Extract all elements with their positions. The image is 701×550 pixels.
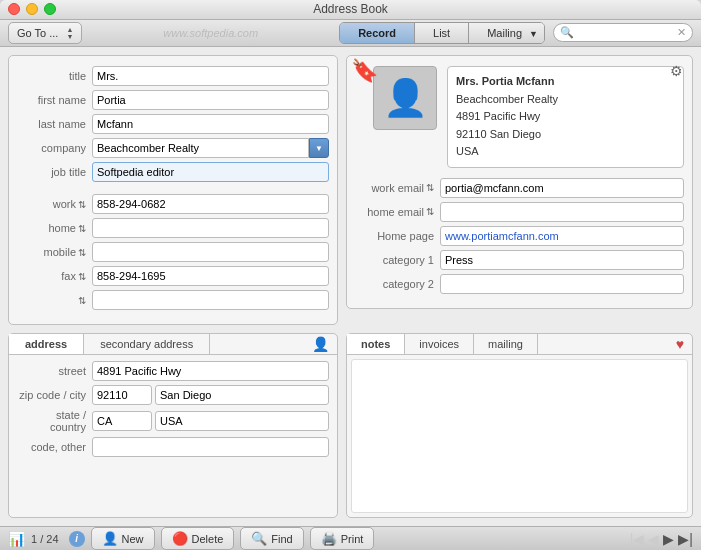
- contact-addr1: 4891 Pacific Hwy: [456, 108, 675, 126]
- delete-button[interactable]: 🔴 Delete: [161, 527, 235, 550]
- work-phone-label: work ⇅: [17, 198, 92, 210]
- work-phone-input[interactable]: [92, 194, 329, 214]
- gear-button[interactable]: ⚙: [670, 63, 683, 79]
- search-bar[interactable]: 🔍 ✕: [553, 23, 693, 42]
- avatar: 👤: [373, 66, 437, 130]
- extra-phone-icon: ⇅: [78, 295, 86, 306]
- zip-city-label: zip code / city: [17, 389, 92, 401]
- nav-first-icon[interactable]: |◀: [630, 531, 645, 547]
- print-label: Print: [341, 533, 364, 545]
- extra-phone-input[interactable]: [92, 290, 329, 310]
- minimize-button[interactable]: [26, 3, 38, 15]
- category1-label: category 1: [355, 254, 440, 266]
- watermark: www.softpedia.com: [90, 27, 331, 39]
- street-input[interactable]: [92, 361, 329, 381]
- tab-secondary-address[interactable]: secondary address: [84, 334, 210, 354]
- goto-stepper[interactable]: ▲ ▼: [66, 26, 73, 40]
- company-input-wrapper: ▼: [92, 138, 329, 158]
- title-label: title: [17, 70, 92, 82]
- zip-city-row: zip code / city: [17, 385, 329, 405]
- lastname-input[interactable]: [92, 114, 329, 134]
- homepage-row: Home page: [355, 226, 684, 246]
- work-phone-row: work ⇅: [17, 194, 329, 214]
- notes-tabs: notes invoices mailing ♥: [347, 334, 692, 355]
- notes-textarea[interactable]: [351, 359, 688, 513]
- firstname-label: first name: [17, 94, 92, 106]
- nav-next-icon[interactable]: ▶: [663, 531, 674, 547]
- category2-label: category 2: [355, 278, 440, 290]
- contact-addr2: 92110 San Diego: [456, 126, 675, 144]
- fax-label: fax ⇅: [17, 270, 92, 282]
- goto-button[interactable]: Go To ... ▲ ▼: [8, 22, 82, 44]
- company-label: company: [17, 142, 92, 154]
- mobile-phone-input[interactable]: [92, 242, 329, 262]
- notes-panel: notes invoices mailing ♥: [346, 333, 693, 518]
- traffic-lights: [8, 3, 56, 15]
- zoom-button[interactable]: [44, 3, 56, 15]
- jobtitle-field-row: job title: [17, 162, 329, 182]
- company-dropdown-icon: ▼: [315, 144, 323, 153]
- title-input[interactable]: [92, 66, 329, 86]
- contact-card-section: 🔖 👤 Mrs. Portia Mcfann Beachcomber Realt…: [355, 66, 684, 168]
- info-button[interactable]: i: [69, 531, 85, 547]
- home-email-icon: ⇅: [426, 206, 434, 217]
- code-other-input[interactable]: [92, 437, 329, 457]
- city-input[interactable]: [155, 385, 329, 405]
- tab-mailing[interactable]: mailing: [474, 334, 538, 354]
- contact-card: 👤 Mrs. Portia Mcfann Beachcomber Realty …: [373, 66, 684, 168]
- segment-record[interactable]: Record: [340, 23, 415, 43]
- state-input[interactable]: [92, 411, 152, 431]
- country-input[interactable]: [155, 411, 329, 431]
- home-phone-input[interactable]: [92, 218, 329, 238]
- new-button[interactable]: 👤 New: [91, 527, 155, 550]
- heart-icon[interactable]: ♥: [676, 336, 684, 352]
- chart-icon: 📊: [8, 531, 25, 547]
- bookmark-icon: 🔖: [351, 58, 378, 84]
- print-button[interactable]: 🖨️ Print: [310, 527, 375, 550]
- work-email-label: work email ⇅: [355, 182, 440, 194]
- home-email-input[interactable]: [440, 202, 684, 222]
- category1-row: category 1: [355, 250, 684, 270]
- category1-input[interactable]: [440, 250, 684, 270]
- contact-info-panel-wrapper: 🔖 👤 Mrs. Portia Mcfann Beachcomber Realt…: [346, 55, 693, 325]
- bottom-section: address secondary address 👤 street zip c…: [8, 333, 693, 518]
- jobtitle-input[interactable]: [92, 162, 329, 182]
- home-phone-label: home ⇅: [17, 222, 92, 234]
- work-phone-icon: ⇅: [78, 199, 86, 210]
- firstname-field-row: first name: [17, 90, 329, 110]
- state-country-row: state / country: [17, 409, 329, 433]
- fax-input[interactable]: [92, 266, 329, 286]
- person-icon: 👤: [383, 77, 428, 119]
- state-country-label: state / country: [17, 409, 92, 433]
- find-button[interactable]: 🔍 Find: [240, 527, 303, 550]
- category2-input[interactable]: [440, 274, 684, 294]
- search-icon: 🔍: [560, 26, 574, 39]
- category2-row: category 2: [355, 274, 684, 294]
- toolbar: Go To ... ▲ ▼ www.softpedia.com Record L…: [0, 20, 701, 47]
- tab-invoices[interactable]: invoices: [405, 334, 474, 354]
- goto-label: Go To ...: [17, 27, 58, 39]
- tab-address[interactable]: address: [9, 334, 84, 354]
- work-email-input[interactable]: [440, 178, 684, 198]
- company-field-row: company ▼: [17, 138, 329, 158]
- homepage-input[interactable]: [440, 226, 684, 246]
- zip-input[interactable]: [92, 385, 152, 405]
- company-input[interactable]: [92, 138, 309, 158]
- address-content: street zip code / city state / country: [9, 355, 337, 517]
- address-panel: address secondary address 👤 street zip c…: [8, 333, 338, 518]
- clear-search-icon[interactable]: ✕: [677, 26, 686, 39]
- home-email-label: home email ⇅: [355, 206, 440, 218]
- segment-list[interactable]: List: [415, 23, 469, 43]
- tab-notes[interactable]: notes: [347, 334, 405, 354]
- company-dropdown-btn[interactable]: ▼: [309, 138, 329, 158]
- segment-mailing[interactable]: Mailing ▼: [469, 23, 544, 43]
- fax-row: fax ⇅: [17, 266, 329, 286]
- nav-prev-icon[interactable]: ◀: [648, 531, 659, 547]
- nav-last-icon[interactable]: ▶|: [678, 531, 693, 547]
- contact-fullname: Mrs. Portia Mcfann: [456, 73, 675, 91]
- firstname-input[interactable]: [92, 90, 329, 110]
- lastname-field-row: last name: [17, 114, 329, 134]
- close-button[interactable]: [8, 3, 20, 15]
- address-person-icon[interactable]: 👤: [312, 336, 329, 352]
- search-input[interactable]: [577, 27, 677, 39]
